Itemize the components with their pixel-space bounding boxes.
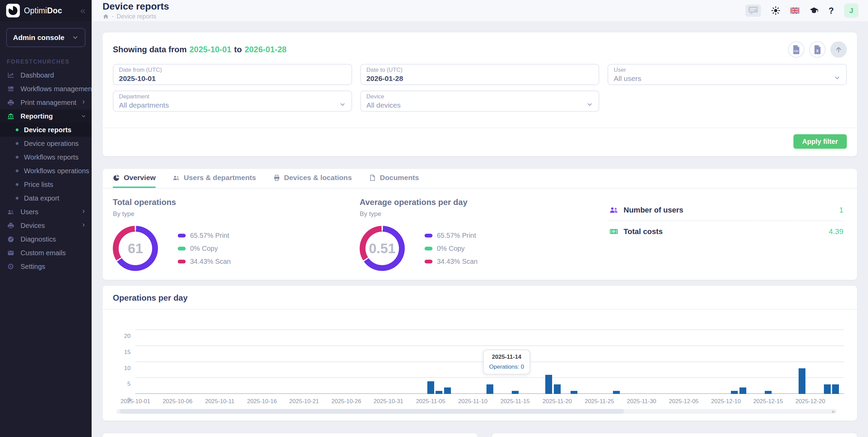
help-icon[interactable]: ? [829, 6, 834, 16]
field-date-from-utc[interactable]: Date from (UTC) 2025-10-01 [113, 64, 352, 85]
donut-chart[interactable]: 0.51 [360, 226, 405, 271]
y-axis-tick-label: 5 [128, 381, 131, 387]
sidebar-subitem-workflows-operations[interactable]: Workflows operations [0, 164, 92, 178]
sidebar-item-diagnostics[interactable]: Diagnostics [0, 232, 92, 246]
sidebar-item-settings[interactable]: ⚙Settings [0, 260, 92, 273]
console-selector[interactable]: Admin console [6, 28, 85, 47]
money-icon: 0 [609, 227, 618, 236]
sidebar-collapse-icon[interactable]: « [80, 6, 85, 15]
export-excel-button[interactable]: X [809, 41, 826, 58]
home-icon[interactable] [103, 13, 109, 20]
gridline-y20: 20 [135, 329, 844, 330]
legend-item-scan: 34.43% Scan [425, 258, 478, 265]
sidebar-subitem-label: Workflows operations [24, 167, 89, 175]
bullet-icon [16, 128, 18, 131]
export-buttons: CSV X [788, 41, 847, 58]
y-axis-tick-label: 10 [124, 365, 131, 372]
bar-2025-11-05[interactable] [427, 381, 434, 394]
dashboard-icon [7, 71, 14, 79]
sidebar-subitem-price-lists[interactable]: Price lists [0, 178, 92, 191]
summary-stats: Number of users 10 Total costs 4.39 [606, 197, 847, 271]
date-range-summary: Showing data from2025-10-01to2026-01-28 [113, 45, 289, 54]
legend-color-swatch [425, 247, 432, 250]
bar-2025-11-12[interactable] [486, 384, 493, 394]
export-csv-button[interactable]: CSV [788, 41, 804, 58]
x-axis-tick-label: 2025-11-10 [458, 398, 488, 405]
bar-2025-11-22[interactable] [571, 391, 577, 394]
x-axis-tick-label: 2025-10-01 [121, 398, 150, 405]
donut-center-value: 0.51 [360, 226, 405, 271]
tab-devices-locations[interactable]: Devices & locations [273, 169, 352, 188]
sidebar-item-reporting[interactable]: Reporting› [0, 109, 92, 123]
sidebar-item-label: Devices [21, 222, 45, 230]
sidebar-subitem-workflows-reports[interactable]: Workflows reports [0, 150, 92, 164]
sidebar-item-users[interactable]: Users› [0, 205, 92, 219]
sidebar-item-label: Settings [21, 263, 45, 271]
tab-label: Overview [124, 174, 156, 182]
language-flag-icon[interactable] [790, 6, 799, 15]
sidebar-item-label: Workflows management [21, 85, 92, 93]
chart-scrollbar[interactable]: ▶ [116, 409, 837, 414]
feedback-chat-icon[interactable] [745, 4, 761, 17]
tab-documents[interactable]: Documents [369, 169, 419, 188]
bar-2025-11-15[interactable] [512, 391, 519, 394]
workflows-icon [7, 85, 14, 93]
donut-legend: 65.57% Print 0% Copy 34.43% Scan [425, 232, 478, 265]
x-axis-tick-label: 2025-12-20 [796, 398, 825, 405]
bullet-icon [16, 197, 18, 200]
legend-label: 0% Copy [190, 245, 218, 252]
legend-label: 65.57% Print [190, 232, 229, 240]
field-device[interactable]: Device All devices [360, 91, 600, 112]
sidebar-subitem-device-reports[interactable]: Device reports [0, 123, 92, 137]
field-value: All users [614, 74, 641, 83]
bullet-icon [16, 142, 18, 145]
bar-2025-11-27[interactable] [613, 391, 620, 394]
sidebar-subitem-device-operations[interactable]: Device operations [0, 137, 92, 150]
sidebar-item-custom-emails[interactable]: Custom emails [0, 246, 92, 260]
field-label: User [614, 67, 841, 73]
tab-overview[interactable]: Overview [113, 169, 156, 188]
legend-color-swatch [178, 234, 186, 237]
bar-2025-12-12[interactable] [739, 387, 746, 394]
sidebar-item-print-management[interactable]: Print management› [0, 96, 92, 109]
apply-filter-button[interactable]: Apply filter [793, 134, 847, 149]
sidebar-subitem-label: Data export [24, 194, 59, 202]
sidebar-item-workflows-management[interactable]: Workflows management› [0, 82, 92, 96]
bar-2025-11-20[interactable] [554, 384, 561, 394]
tab-users-departments[interactable]: Users & departments [173, 169, 256, 188]
chevron-down-icon [72, 34, 79, 41]
chevron-down-icon [339, 101, 346, 109]
sidebar-subitem-data-export[interactable]: Data export [0, 191, 92, 205]
users-icon [7, 208, 14, 216]
bar-2025-12-19[interactable] [799, 368, 805, 394]
collapse-panel-button[interactable] [830, 41, 847, 58]
tutorial-graduation-cap-icon[interactable] [810, 6, 818, 15]
bar-2025-11-06[interactable] [436, 391, 442, 394]
brand-name: OptimiDoc [24, 6, 62, 15]
field-user[interactable]: User All users [607, 64, 847, 85]
breadcrumb-current: Device reports [117, 13, 156, 20]
bar-2025-11-07[interactable] [444, 387, 451, 394]
field-date-to-utc[interactable]: Date to (UTC) 2026-01-28 [360, 64, 600, 85]
sidebar-item-dashboard[interactable]: Dashboard [0, 68, 92, 82]
field-value: All departments [119, 101, 169, 109]
x-axis-tick-label: 2025-12-10 [711, 398, 741, 405]
user-avatar[interactable]: J [844, 3, 858, 18]
x-axis-tick-label: 2025-10-21 [289, 398, 319, 405]
tab-label: Documents [380, 174, 419, 182]
bar-2025-12-23[interactable] [832, 384, 839, 394]
report-tabs: OverviewUsers & departmentsDevices & loc… [103, 169, 857, 189]
donut-chart[interactable]: 61 [113, 226, 158, 271]
bar-2025-11-19[interactable] [545, 375, 552, 394]
scroll-right-arrow-icon[interactable]: ▶ [832, 409, 835, 414]
bottom-cards [103, 433, 857, 437]
bar-2025-12-22[interactable] [824, 384, 831, 394]
chart-scrollbar-thumb[interactable] [120, 409, 624, 414]
pie-icon [113, 174, 120, 181]
field-department[interactable]: Department All departments [113, 91, 352, 112]
bar-2025-12-11[interactable] [731, 391, 738, 394]
legend-color-swatch [425, 260, 432, 263]
theme-toggle-sun-icon[interactable] [771, 6, 780, 15]
sidebar-item-devices[interactable]: Devices› [0, 219, 92, 232]
bar-2025-12-15[interactable] [765, 391, 772, 394]
